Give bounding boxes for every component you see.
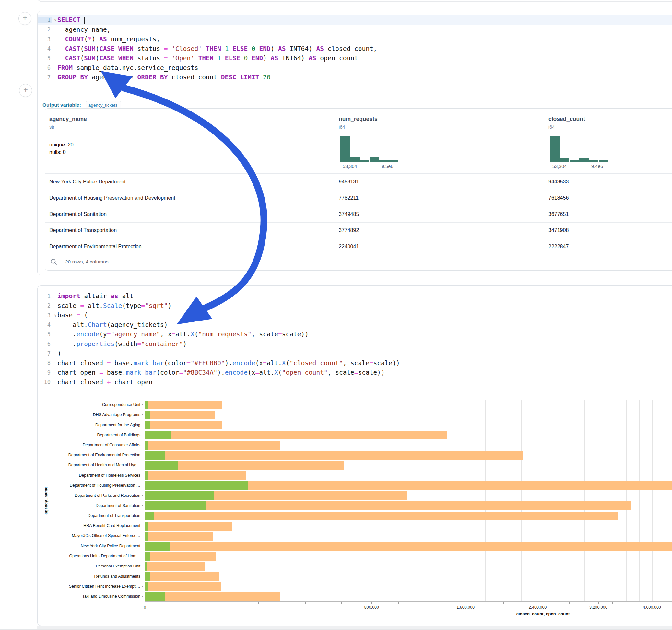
chart-category-label-row: Department of Transportation: [38, 511, 143, 521]
chart-bar-row: [145, 430, 672, 440]
table-cell: 3749485: [339, 211, 359, 217]
x-axis-tick: [145, 602, 145, 604]
code-line[interactable]: 1∨SELECT: [38, 15, 672, 25]
table-cell: 7618456: [549, 195, 569, 201]
code-line[interactable]: 4 CAST(SUM(CASE WHEN status = 'Closed' T…: [38, 44, 672, 54]
table-cell: New York City Police Department: [49, 179, 126, 185]
table-cell: 3774892: [339, 227, 359, 233]
table-row[interactable]: Department of Sanitation37494853677651: [45, 206, 672, 222]
table-cell: 9443533: [549, 179, 569, 185]
open_count-bar: [145, 542, 170, 551]
code-line[interactable]: 5 CAST(SUM(CASE WHEN status = 'Open' THE…: [38, 53, 672, 63]
open_count-bar: [145, 431, 171, 439]
histogram-bar: [369, 158, 379, 162]
open_count-bar: [145, 441, 148, 450]
text-cursor: [84, 17, 85, 24]
chart-category-label-row: New York City Police Department: [38, 541, 143, 551]
chart-category-label-row: Department of Housing Preservation …: [38, 480, 143, 490]
sql-code-editor[interactable]: 1∨SELECT 2 agency_name,3 COUNT(*) AS num…: [38, 11, 672, 82]
code-line[interactable]: 6 .properties(width="container"): [38, 339, 672, 349]
histogram-min-label: 53,304: [343, 164, 357, 169]
y-axis-tick: [142, 485, 143, 485]
chart-category-label: Correspondence Unit: [102, 403, 142, 407]
histogram-max-label: 9.5e6: [382, 164, 393, 169]
line-number: 4: [38, 45, 52, 52]
x-axis-tick: [371, 602, 372, 604]
code-line[interactable]: 10chart_closed + chart_open: [38, 378, 672, 387]
y-axis-tick: [142, 414, 143, 415]
insert-cell-button[interactable]: +: [19, 84, 32, 97]
closed_count-bar: [145, 471, 246, 480]
code-line[interactable]: 6FROM sample_data.nyc.service_requests: [38, 63, 672, 73]
y-axis-tick: [142, 596, 143, 597]
code-line[interactable]: 7GROUP BY agency_name ORDER BY closed_co…: [38, 73, 672, 82]
x-axis-tick: [613, 602, 613, 604]
column-name: num_requests: [339, 116, 378, 122]
column-header-closed_count[interactable]: closed_counti64: [549, 116, 585, 130]
code-line[interactable]: 2 agency_name,: [38, 25, 672, 35]
code-text: SELECT: [52, 16, 672, 24]
code-line[interactable]: 4 alt.Chart(agency_tickets): [38, 320, 672, 330]
table-cell: 3471908: [549, 227, 569, 233]
column-header-agency_name[interactable]: agency_namestr: [49, 116, 87, 130]
chart-bar-row: [145, 592, 672, 602]
chart-bar-row: [145, 470, 672, 481]
chart-category-label-row: Department of Homeless Services: [38, 470, 143, 480]
code-text: .properties(width="container"): [52, 340, 672, 348]
code-line[interactable]: 1import altair as alt: [38, 291, 672, 301]
chart-bar-row: [145, 582, 672, 592]
code-line[interactable]: 3 COUNT(*) AS num_requests,: [38, 34, 672, 44]
chart-category-label-row: HRA Benefit Card Replacement: [38, 521, 143, 531]
code-text: FROM sample_data.nyc.service_requests: [52, 64, 672, 72]
open_count-bar: [145, 481, 248, 490]
column-histogram: [340, 136, 399, 162]
closed_count-bar: [145, 542, 672, 551]
chart-bar-row: [145, 541, 672, 551]
table-row[interactable]: New York City Police Department945313194…: [45, 174, 672, 190]
closed_count-bar: [145, 532, 213, 540]
chart-category-label: Refunds and Adjustments: [94, 574, 142, 579]
x-axis-tick-label: 1,600,000: [456, 605, 475, 610]
x-axis-tick: [503, 602, 504, 604]
x-axis-tick: [485, 602, 485, 604]
code-line[interactable]: 9chart_open = base.mark_bar(color="#8BC3…: [38, 368, 672, 378]
chart-category-label: New York City Police Department: [81, 544, 142, 548]
fold-chevron-icon[interactable]: ∨: [54, 313, 56, 318]
insert-cell-button[interactable]: +: [19, 12, 31, 25]
open_count-bar: [145, 592, 165, 601]
code-line[interactable]: 2scale = alt.Scale(type="sqrt"): [38, 301, 672, 311]
histogram-max-label: 9.4e6: [591, 164, 603, 169]
column-header-num_requests[interactable]: num_requestsi64: [339, 116, 378, 130]
code-text: ): [52, 350, 672, 357]
closed_count-bar: [145, 592, 281, 601]
code-line[interactable]: 7): [38, 349, 672, 358]
chart-category-label: Operations Unit - Department of Hom…: [69, 554, 142, 558]
chart-category-label: Department of Transportation: [88, 513, 142, 518]
histogram-bar: [350, 158, 360, 162]
bar-chart-plot: [145, 399, 672, 602]
y-axis-tick: [142, 546, 143, 546]
code-text: chart_closed + chart_open: [52, 379, 672, 386]
fold-chevron-icon[interactable]: ∨: [54, 18, 56, 22]
histogram-bar: [570, 160, 579, 162]
table-cell: 2240041: [339, 244, 359, 249]
chart-bar-row: [145, 451, 672, 461]
histogram-bar: [589, 160, 598, 162]
table-row[interactable]: Department of Environmental Protection22…: [45, 239, 672, 255]
table-header: agency_namestrunique: 20nulls: 0num_requ…: [45, 108, 672, 174]
open_count-bar: [145, 552, 150, 561]
table-row[interactable]: Department of Housing Preservation and D…: [45, 190, 672, 206]
code-line[interactable]: 3∨base = (: [38, 311, 672, 320]
chart-bar-row: [145, 410, 672, 420]
table-row[interactable]: Department of Transportation377489234719…: [45, 223, 672, 239]
y-axis-tick: [142, 566, 143, 566]
search-icon[interactable]: [50, 258, 57, 265]
code-text: GROUP BY agency_name ORDER BY closed_cou…: [52, 74, 672, 81]
column-dtype: i64: [549, 124, 585, 130]
python-code-editor[interactable]: 1import altair as alt2scale = alt.Scale(…: [38, 286, 672, 387]
closed_count-bar: [145, 512, 618, 520]
code-line[interactable]: 5 .encode(y="agency_name", x=alt.X("num_…: [38, 330, 672, 339]
line-number: 3: [38, 36, 52, 43]
code-line[interactable]: 8chart_closed = base.mark_bar(color="#FF…: [38, 358, 672, 368]
row-column-count: 20 rows, 4 columns: [65, 259, 109, 265]
